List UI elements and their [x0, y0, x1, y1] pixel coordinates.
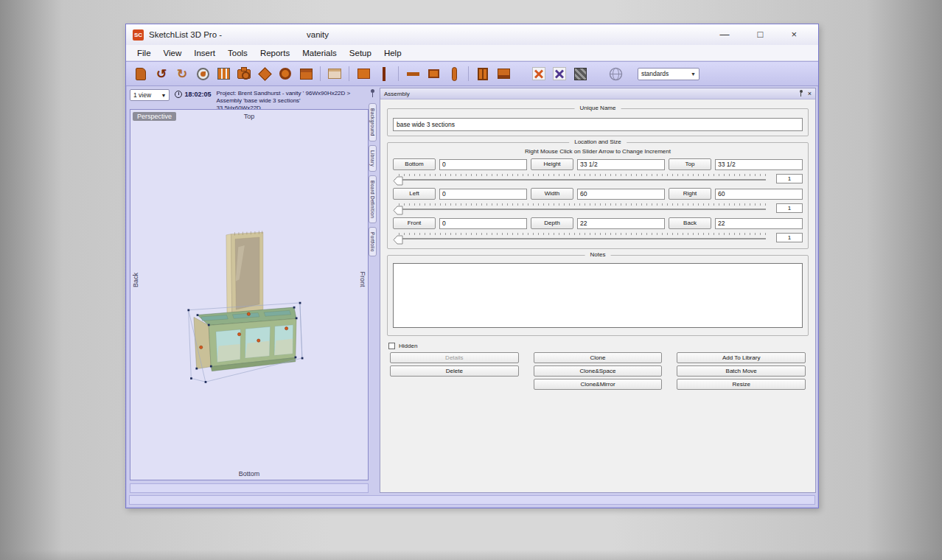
right-button[interactable]: Right: [669, 188, 711, 200]
vanity-3d-model[interactable]: [130, 110, 368, 480]
left-input[interactable]: [439, 189, 527, 200]
width-slider[interactable]: [393, 202, 767, 214]
top-input[interactable]: [715, 159, 803, 170]
depth-button[interactable]: Depth: [531, 217, 573, 229]
height-slider[interactable]: [393, 172, 767, 184]
resize-button[interactable]: Resize: [677, 379, 806, 390]
3d-viewport[interactable]: Perspective Top Bottom Back Front: [130, 109, 369, 480]
front-button[interactable]: Front: [393, 217, 436, 229]
tab-library[interactable]: Library: [369, 145, 377, 172]
app-title: SketchList 3D Pro -: [149, 30, 222, 39]
title-bar[interactable]: SC SketchList 3D Pro - vanity — □ ×: [126, 24, 818, 45]
horizontal-board-icon[interactable]: [404, 64, 422, 83]
hidden-checkbox[interactable]: [388, 343, 395, 349]
clamp-icon[interactable]: [445, 64, 463, 83]
menu-view[interactable]: View: [158, 47, 188, 59]
depth-increment-input[interactable]: [776, 233, 803, 242]
height-increment-input[interactable]: [776, 174, 803, 183]
slider-ticks: [399, 233, 766, 235]
texture-icon[interactable]: [571, 64, 589, 83]
width-slider-row: [393, 202, 803, 214]
shelf-board-icon[interactable]: [425, 64, 442, 83]
disc-icon[interactable]: [276, 64, 294, 83]
toolbar-separator: [466, 65, 471, 83]
base-cabinet[interactable]: [194, 307, 296, 371]
redo-icon[interactable]: ↻: [173, 64, 191, 83]
depth-input[interactable]: [577, 218, 665, 229]
globe-icon[interactable]: [607, 64, 624, 83]
status-bar: [129, 495, 815, 505]
maximize-button[interactable]: □: [758, 24, 764, 45]
view-count-dropdown[interactable]: 1 view ▼: [130, 89, 170, 101]
batch-move-button[interactable]: Batch Move: [677, 365, 806, 377]
app-window: SC SketchList 3D Pro - vanity — □ × File…: [125, 24, 819, 508]
menu-file[interactable]: File: [131, 47, 157, 59]
bottom-input[interactable]: [439, 159, 527, 170]
slider-thumb[interactable]: [393, 234, 403, 248]
move-object-icon[interactable]: [256, 64, 273, 83]
minimize-button[interactable]: —: [720, 24, 730, 45]
right-input[interactable]: [715, 189, 803, 200]
tab-portfolio[interactable]: Portfolio: [369, 227, 377, 257]
tab-board-definition[interactable]: Board Definition: [369, 175, 377, 223]
panel-close-icon[interactable]: ×: [808, 90, 812, 97]
session-timer: 18:02:05: [175, 91, 211, 98]
clone-button[interactable]: Clone: [534, 352, 663, 363]
unique-name-input[interactable]: [393, 118, 803, 131]
assembly-panel-titlebar[interactable]: Assembly ×: [380, 88, 815, 99]
slider-track[interactable]: [394, 179, 766, 181]
menu-insert[interactable]: Insert: [188, 47, 221, 59]
front-input[interactable]: [439, 218, 527, 229]
menu-setup[interactable]: Setup: [343, 47, 377, 59]
bottom-button[interactable]: Bottom: [393, 158, 436, 170]
notes-textarea[interactable]: [393, 263, 803, 328]
clone-space-button[interactable]: Clone&Space: [534, 365, 663, 377]
width-input[interactable]: [577, 189, 665, 200]
back-button[interactable]: Back: [669, 217, 711, 229]
mirror-tower[interactable]: [226, 231, 263, 317]
menu-materials[interactable]: Materials: [296, 47, 343, 59]
slider-track[interactable]: [394, 238, 766, 239]
slider-track[interactable]: [394, 209, 766, 210]
delete-board-icon[interactable]: [530, 64, 548, 83]
back-input[interactable]: [715, 218, 803, 229]
left-button[interactable]: Left: [393, 188, 436, 200]
depth-row: Front Depth Back: [393, 217, 803, 229]
app-logo-icon: SC: [133, 29, 144, 41]
cabinet-icon[interactable]: [297, 64, 315, 83]
top-button[interactable]: Top: [669, 158, 711, 170]
slider-thumb[interactable]: [393, 205, 403, 218]
width-button[interactable]: Width: [531, 188, 573, 200]
delete-assembly-icon[interactable]: [551, 64, 568, 83]
depth-slider[interactable]: [393, 231, 767, 243]
close-button[interactable]: ×: [791, 24, 797, 45]
pin-icon[interactable]: [370, 89, 375, 98]
board-outline-icon[interactable]: [326, 64, 343, 83]
details-button[interactable]: Details: [390, 352, 519, 363]
vertical-board-icon[interactable]: [375, 64, 393, 83]
menu-tools[interactable]: Tools: [222, 47, 254, 59]
height-button[interactable]: Height: [531, 158, 573, 170]
layout-grid-icon[interactable]: [214, 64, 232, 83]
clone-mirror-button[interactable]: Clone&Mirror: [534, 379, 663, 390]
drawer-icon[interactable]: [495, 64, 512, 83]
width-increment-input[interactable]: [776, 203, 803, 213]
menu-reports[interactable]: Reports: [254, 47, 296, 59]
unique-name-label: Unique Name: [575, 105, 621, 111]
panel-icon[interactable]: [355, 64, 372, 83]
delete-button[interactable]: Delete: [390, 365, 519, 377]
undo-icon[interactable]: ↺: [153, 64, 170, 83]
timer-icon[interactable]: [194, 64, 212, 83]
viewport-status-strip: [130, 483, 369, 493]
menu-help[interactable]: Help: [378, 47, 408, 59]
add-to-library-button[interactable]: Add To Library: [677, 352, 806, 363]
tab-background[interactable]: Background: [369, 103, 377, 141]
action-button-grid: Details Delete Clone Clone&Space Clone&M…: [387, 351, 809, 393]
camera-snapshot-icon[interactable]: [235, 64, 253, 83]
standards-dropdown[interactable]: standards ▼: [638, 68, 699, 80]
panel-pin-icon[interactable]: [799, 90, 803, 97]
door-icon[interactable]: [474, 64, 492, 83]
height-input[interactable]: [577, 159, 665, 170]
new-board-icon[interactable]: [132, 64, 150, 83]
slider-thumb[interactable]: [393, 175, 403, 189]
